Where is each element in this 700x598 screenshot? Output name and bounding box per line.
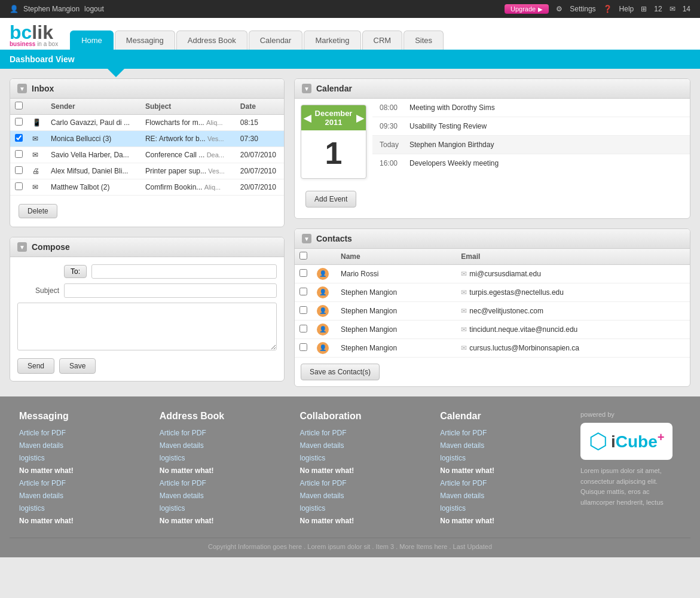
inbox-row[interactable]: 📱 Carlo Gavazzi, Paul di ... Flowcharts … bbox=[10, 115, 284, 131]
footer-link[interactable]: Article for PDF bbox=[300, 428, 421, 438]
compose-subject-input[interactable] bbox=[64, 283, 277, 298]
contacts-row-check[interactable] bbox=[295, 302, 312, 321]
compose-collapse-icon[interactable]: ▼ bbox=[17, 242, 27, 252]
footer-link[interactable]: Maven details bbox=[300, 490, 421, 501]
contacts-row-check[interactable] bbox=[295, 339, 312, 358]
footer-link[interactable]: Maven details bbox=[300, 440, 421, 451]
contacts-header: ▼ Contacts bbox=[295, 229, 690, 249]
footer-link[interactable]: logistics bbox=[19, 503, 140, 514]
inbox-row[interactable]: ✉ Matthew Talbot (2) Comfirm Bookin... A… bbox=[10, 179, 284, 196]
nav-tab-marketing[interactable]: Marketing bbox=[304, 30, 360, 50]
inbox-row-checkbox[interactable] bbox=[15, 150, 23, 158]
footer-link[interactable]: Article for PDF bbox=[19, 478, 140, 489]
nav-tab-crm[interactable]: CRM bbox=[362, 30, 403, 50]
footer-link[interactable]: logistics bbox=[440, 453, 561, 463]
inbox-row[interactable]: ✉ Monica Bellucci (3) RE: Artwork for b.… bbox=[10, 131, 284, 147]
powered-label: powered by bbox=[580, 411, 681, 418]
compose-message-textarea[interactable] bbox=[17, 303, 277, 350]
contacts-row[interactable]: 👤 Stephen Mangion ✉tincidunt.neque.vitae… bbox=[295, 321, 690, 339]
inbox-row-preview: Aliq... bbox=[204, 184, 221, 191]
footer-link[interactable]: No matter what! bbox=[160, 465, 281, 476]
footer-link[interactable]: Article for PDF bbox=[440, 478, 561, 489]
footer-column: CollaborationArticle for PDFMaven detail… bbox=[291, 411, 431, 528]
calendar-title: Calendar bbox=[316, 84, 352, 93]
calendar-next-icon[interactable]: ▶ bbox=[356, 112, 363, 124]
inbox-row-checkbox[interactable] bbox=[15, 134, 23, 142]
topbar: 👤 Stephen Mangion logout Upgrade ▶ ⚙ Set… bbox=[0, 0, 700, 18]
footer-link[interactable]: No matter what! bbox=[300, 465, 421, 476]
inbox-row-checkbox[interactable] bbox=[15, 118, 23, 126]
footer-link[interactable]: Article for PDF bbox=[160, 428, 281, 438]
footer-link[interactable]: logistics bbox=[300, 503, 421, 514]
inbox-row-checkbox[interactable] bbox=[15, 182, 23, 190]
footer-link[interactable]: logistics bbox=[440, 503, 561, 514]
inbox-row-check[interactable] bbox=[10, 179, 27, 196]
nav-tab-messaging[interactable]: Messaging bbox=[115, 30, 175, 50]
compose-to-input[interactable] bbox=[91, 264, 277, 279]
contacts-row[interactable]: 👤 Mario Rossi ✉mi@cursusdiamat.edu bbox=[295, 265, 690, 283]
calendar-year: 2011 bbox=[325, 118, 343, 127]
footer-powered: powered by ⬡ iCube+ Lorem ipsum dolor si… bbox=[571, 411, 690, 528]
inbox-select-all[interactable] bbox=[15, 102, 23, 109]
contacts-select-all[interactable] bbox=[299, 252, 307, 260]
inbox-row-checkbox[interactable] bbox=[15, 166, 23, 174]
footer-link[interactable]: Article for PDF bbox=[300, 478, 421, 489]
footer-link[interactable]: Article for PDF bbox=[160, 478, 281, 489]
contacts-collapse-icon[interactable]: ▼ bbox=[302, 234, 311, 243]
contacts-row[interactable]: 👤 Stephen Mangion ✉cursus.luctus@Morbino… bbox=[295, 339, 690, 358]
inbox-row-sender: Monica Bellucci (3) bbox=[46, 131, 140, 147]
settings-link[interactable]: Settings bbox=[570, 5, 595, 13]
footer-link[interactable]: logistics bbox=[19, 453, 140, 463]
contacts-row-checkbox[interactable] bbox=[299, 269, 307, 277]
upgrade-button[interactable]: Upgrade ▶ bbox=[505, 4, 549, 14]
inbox-row-check[interactable] bbox=[10, 115, 27, 131]
inbox-row-check[interactable] bbox=[10, 131, 27, 147]
contacts-row[interactable]: 👤 Stephen Mangion ✉nec@velitjustonec.com bbox=[295, 302, 690, 321]
footer-link[interactable]: Maven details bbox=[440, 490, 561, 501]
nav-tab-address-book[interactable]: Address Book bbox=[176, 30, 247, 50]
inbox-delete-button[interactable]: Delete bbox=[19, 204, 57, 218]
footer-link[interactable]: No matter what! bbox=[19, 465, 140, 476]
contacts-row-check[interactable] bbox=[295, 321, 312, 339]
contacts-row-checkbox[interactable] bbox=[299, 343, 307, 351]
footer-link[interactable]: logistics bbox=[160, 503, 281, 514]
help-link[interactable]: Help bbox=[619, 5, 634, 13]
add-event-button[interactable]: Add Event bbox=[305, 191, 356, 208]
footer-link[interactable]: Maven details bbox=[19, 440, 140, 451]
contacts-row[interactable]: 👤 Stephen Mangion ✉turpis.egestas@nectel… bbox=[295, 283, 690, 302]
contacts-row-check[interactable] bbox=[295, 283, 312, 302]
footer-link[interactable]: No matter what! bbox=[440, 515, 561, 526]
calendar-collapse-icon[interactable]: ▼ bbox=[302, 84, 311, 93]
footer-link[interactable]: Article for PDF bbox=[19, 428, 140, 438]
compose-to-button[interactable]: To: bbox=[64, 265, 87, 278]
nav-tab-sites[interactable]: Sites bbox=[404, 30, 444, 50]
contacts-row-check[interactable] bbox=[295, 265, 312, 283]
footer-link[interactable]: Maven details bbox=[440, 440, 561, 451]
save-contact-button[interactable]: Save as Contact(s) bbox=[301, 364, 380, 380]
footer-link[interactable]: No matter what! bbox=[160, 515, 281, 526]
nav-tab-home[interactable]: Home bbox=[70, 30, 114, 50]
inbox-row[interactable]: 🖨 Alex Mifsud, Daniel Bli... Printer pap… bbox=[10, 163, 284, 179]
inbox-collapse-icon[interactable]: ▼ bbox=[17, 84, 27, 93]
footer-link[interactable]: Maven details bbox=[19, 490, 140, 501]
footer-link[interactable]: No matter what! bbox=[19, 515, 140, 526]
inbox-row[interactable]: ✉ Savio Vella Harber, Da... Conference C… bbox=[10, 147, 284, 163]
contacts-row-checkbox[interactable] bbox=[299, 325, 307, 332]
footer-link[interactable]: Maven details bbox=[160, 440, 281, 451]
logout-link[interactable]: logout bbox=[84, 5, 104, 13]
footer-link[interactable]: Maven details bbox=[160, 490, 281, 501]
contacts-row-checkbox[interactable] bbox=[299, 306, 307, 314]
footer-link[interactable]: logistics bbox=[160, 453, 281, 463]
calendar-prev-icon[interactable]: ◀ bbox=[304, 112, 311, 124]
inbox-row-check[interactable] bbox=[10, 147, 27, 163]
contacts-row-checkbox[interactable] bbox=[299, 288, 307, 295]
nav-tab-calendar[interactable]: Calendar bbox=[249, 30, 303, 50]
footer-link[interactable]: logistics bbox=[300, 453, 421, 463]
inbox-row-check[interactable] bbox=[10, 163, 27, 179]
footer-link[interactable]: No matter what! bbox=[440, 465, 561, 476]
compose-save-button[interactable]: Save bbox=[59, 358, 96, 374]
mail-icon: ✉ bbox=[670, 5, 675, 13]
footer-link[interactable]: Article for PDF bbox=[440, 428, 561, 438]
footer-link[interactable]: No matter what! bbox=[300, 515, 421, 526]
compose-send-button[interactable]: Send bbox=[17, 358, 54, 374]
